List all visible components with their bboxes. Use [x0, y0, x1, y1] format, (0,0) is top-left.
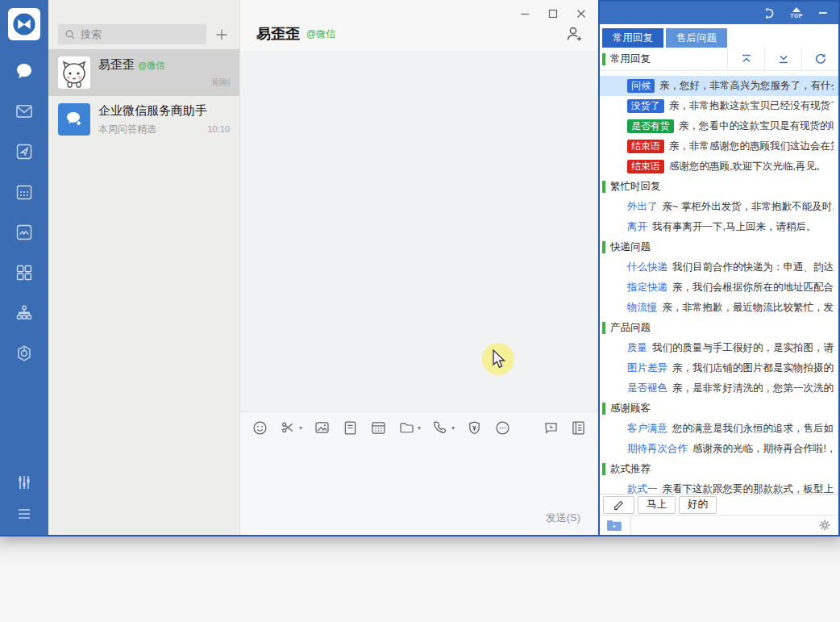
- quick-phrase-button[interactable]: 好的: [679, 496, 717, 514]
- sliders-icon[interactable]: [15, 473, 34, 492]
- pin-on-top-button[interactable]: TOP: [790, 7, 803, 19]
- reply-label[interactable]: 图片差异: [627, 361, 667, 375]
- more-button[interactable]: [494, 420, 511, 436]
- reply-label[interactable]: 客户满意: [627, 422, 667, 436]
- reply-item[interactable]: 款式一亲看下这款跟您要的那款款式，板型上...: [600, 479, 838, 494]
- maximize-button[interactable]: [547, 8, 559, 19]
- tab-aftersales-questions[interactable]: 售后问题: [666, 28, 727, 48]
- payment-icon: [466, 420, 483, 436]
- reply-group-header[interactable]: 产品问题: [600, 318, 838, 338]
- caret-down-icon: ▾: [299, 425, 302, 432]
- folder-button[interactable]: ▾: [398, 420, 421, 436]
- reply-item[interactable]: 是否褪色亲，是非常好清洗的，您第一次洗的...: [600, 378, 838, 399]
- workbench-icon[interactable]: [15, 142, 34, 161]
- logo-icon: [10, 10, 38, 38]
- org-icon[interactable]: [15, 303, 34, 323]
- red-packet-button[interactable]: [466, 420, 483, 436]
- reply-label[interactable]: 是否褪色: [627, 382, 667, 395]
- group-color-bar: [602, 403, 605, 415]
- phrase-library-button[interactable]: [606, 516, 631, 535]
- reply-label[interactable]: 期待再次合作: [627, 442, 688, 456]
- workspace-icon[interactable]: [15, 344, 34, 363]
- chat-icon[interactable]: [15, 61, 34, 81]
- schedule-button[interactable]: [370, 420, 387, 436]
- minimize-button[interactable]: [519, 8, 530, 19]
- reply-item[interactable]: 结束语亲，非常感谢您的惠顾我们这边会在第...: [600, 136, 838, 157]
- apps-icon[interactable]: [15, 263, 34, 282]
- group-color-bar: [602, 322, 605, 334]
- message-area[interactable]: [240, 52, 598, 411]
- gallery-icon[interactable]: [15, 223, 34, 242]
- notes-button[interactable]: [570, 420, 587, 436]
- tab-common-replies[interactable]: 常用回复: [602, 28, 663, 48]
- chat-item-wechat-tag: @微信: [138, 60, 164, 72]
- call-button[interactable]: ▾: [432, 420, 455, 436]
- left-rail: [0, 0, 48, 535]
- reply-label[interactable]: 什么快递: [627, 261, 667, 274]
- reply-label[interactable]: 指定快递: [627, 281, 667, 294]
- quick-phrase-button[interactable]: 马上: [638, 496, 676, 514]
- add-chat-button[interactable]: [214, 27, 230, 43]
- search-input[interactable]: 搜索: [58, 24, 206, 44]
- edit-phrase-button[interactable]: [603, 496, 634, 514]
- reply-label[interactable]: 结束语: [627, 160, 664, 173]
- reply-group-header[interactable]: 快递问题: [600, 237, 838, 257]
- reply-item[interactable]: 离开我有事离开一下,马上回来，请稍后。: [600, 217, 838, 237]
- calendar-icon[interactable]: [15, 182, 34, 202]
- magnet-dock-button[interactable]: [762, 6, 776, 20]
- reply-item[interactable]: 质量我们的质量与手工很好的，是实拍图，请...: [600, 338, 838, 358]
- file-button[interactable]: [342, 420, 359, 436]
- reply-label[interactable]: 问候: [627, 79, 655, 93]
- menu-icon[interactable]: [15, 504, 34, 524]
- reply-label[interactable]: 款式一: [627, 482, 658, 494]
- assistant-footer: [600, 515, 838, 535]
- reply-label[interactable]: 离开: [627, 220, 647, 234]
- reply-label[interactable]: 物流慢: [627, 301, 658, 315]
- magnet-icon: [762, 6, 776, 20]
- reply-label[interactable]: 结束语: [627, 140, 664, 153]
- reply-text: 亲~ 掌柜外出发货，非常抱歉不能及时...: [663, 200, 834, 214]
- message-input[interactable]: [240, 436, 598, 511]
- reply-label[interactable]: 没货了: [627, 99, 664, 113]
- chat-list-item-yiwaiwai[interactable]: 易歪歪 @微信 刚刚: [48, 49, 239, 96]
- collapse-all-button[interactable]: [727, 48, 764, 70]
- close-button[interactable]: [576, 8, 587, 19]
- reply-group-title: 繁忙时回复: [610, 180, 661, 194]
- reply-label[interactable]: 质量: [627, 341, 647, 355]
- expand-all-button[interactable]: [764, 48, 801, 70]
- refresh-button[interactable]: [801, 48, 838, 70]
- reply-item[interactable]: 什么快递我们目前合作的快递为：申通、韵达...: [600, 257, 838, 278]
- assistant-minimize-button[interactable]: [817, 7, 829, 19]
- reply-group-header[interactable]: 感谢顾客: [600, 399, 838, 419]
- reply-item[interactable]: 物流慢亲，非常抱歉，最近物流比较繁忙，发...: [600, 298, 838, 318]
- reply-item[interactable]: 是否有货亲，您看中的这款宝贝是有现货的呢...: [600, 116, 838, 136]
- settings-button[interactable]: [817, 518, 838, 532]
- calendar-grid-icon: [370, 420, 387, 436]
- reply-item[interactable]: 结束语感谢您的惠顾,欢迎下次光临,再见。: [600, 157, 838, 177]
- compose-area: ▾: [240, 411, 598, 535]
- add-member-button[interactable]: [564, 24, 584, 44]
- reply-group-header[interactable]: 繁忙时回复: [600, 177, 838, 197]
- reply-item[interactable]: 问候亲，您好，非常高兴为您服务了，有什么...: [600, 76, 838, 96]
- reply-group-header[interactable]: 款式推荐: [600, 459, 838, 479]
- reply-item[interactable]: 图片差异亲，我们店铺的图片都是实物拍摄的...: [600, 358, 838, 378]
- reply-label[interactable]: 外出了: [627, 200, 658, 214]
- emoji-button[interactable]: [252, 420, 268, 436]
- image-button[interactable]: [314, 420, 331, 436]
- person-add-icon: [564, 24, 584, 44]
- chat-list-item-service-assistant[interactable]: 企业微信服务商助手 本周问答精选 10:10: [48, 96, 239, 143]
- group-color-bar: [602, 53, 605, 65]
- reply-item[interactable]: 指定快递亲，我们会根据你所在的地址匹配合...: [600, 278, 838, 298]
- caret-down-icon: ▾: [418, 425, 421, 432]
- chat-history-button[interactable]: [543, 420, 559, 436]
- mail-icon[interactable]: [15, 102, 34, 121]
- reply-item[interactable]: 没货了亲，非常抱歉这款宝贝已经没有现货了...: [600, 96, 838, 116]
- screenshot-button[interactable]: ▾: [280, 420, 302, 436]
- reply-label[interactable]: 是否有货: [627, 119, 674, 133]
- reply-item[interactable]: 客户满意您的满意是我们永恒的追求，售后如...: [600, 419, 838, 439]
- caret-down-icon: ▾: [451, 425, 455, 432]
- send-button[interactable]: 发送(S): [546, 511, 580, 525]
- reply-assistant-panel: TOP 常用回复 售后问题 常用回复: [598, 0, 840, 535]
- reply-item[interactable]: 外出了亲~ 掌柜外出发货，非常抱歉不能及时...: [600, 197, 838, 217]
- reply-item[interactable]: 期待再次合作感谢亲的光临，期待再合作啦!，...: [600, 439, 838, 459]
